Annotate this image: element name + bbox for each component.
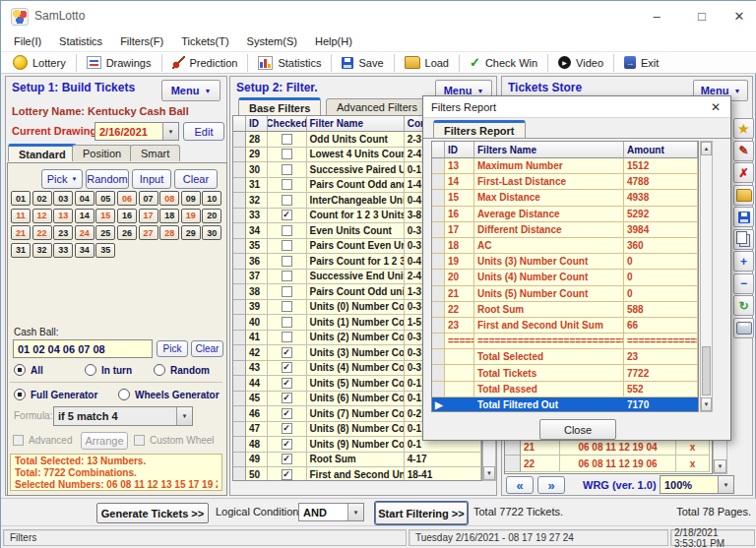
tab-advanced-filters[interactable]: Advanced Filters: [326, 98, 428, 115]
number-23[interactable]: 23: [53, 225, 73, 240]
radio-icon[interactable]: [14, 389, 26, 400]
number-32[interactable]: 32: [32, 243, 52, 258]
logical-condition-select[interactable]: AND ▼: [298, 503, 364, 521]
cash-ball-pick-button[interactable]: Pick: [157, 340, 188, 357]
checkbox-icon[interactable]: [282, 225, 292, 236]
row-selector[interactable]: [233, 331, 246, 346]
chevron-down-icon[interactable]: ▼: [347, 504, 363, 520]
number-08[interactable]: 08: [159, 191, 179, 206]
row-selector[interactable]: [432, 318, 445, 334]
toolbar-statistics-button[interactable]: Statistics: [250, 53, 329, 73]
report-row[interactable]: 23First and Second Unit Sum66: [432, 318, 698, 334]
number-35[interactable]: 35: [95, 243, 115, 258]
checkbox-icon[interactable]: ✓: [282, 393, 292, 403]
close-icon[interactable]: ✕: [722, 1, 756, 30]
number-17[interactable]: 17: [139, 209, 158, 223]
toolbar-video-button[interactable]: ▶Video: [550, 53, 611, 73]
filter-checked-cell[interactable]: ✓: [268, 376, 307, 392]
filter-checked-cell[interactable]: [268, 132, 307, 148]
number-18[interactable]: 18: [159, 209, 179, 223]
filter-checked-cell[interactable]: [268, 193, 307, 209]
row-selector[interactable]: [233, 239, 246, 255]
row-selector[interactable]: [432, 349, 445, 365]
row-selector[interactable]: [233, 467, 246, 481]
number-31[interactable]: 31: [11, 243, 31, 258]
side-print-icon-button[interactable]: [733, 318, 754, 338]
row-selector[interactable]: [432, 365, 445, 381]
filter-checked-cell[interactable]: ✓: [268, 437, 307, 453]
report-row[interactable]: Total Tickets7722: [432, 365, 698, 381]
number-16[interactable]: 16: [117, 209, 137, 223]
row-selector[interactable]: [432, 222, 445, 238]
minimize-icon[interactable]: –: [639, 1, 674, 30]
advanced-checkbox[interactable]: Advanced: [13, 435, 72, 446]
radio-icon[interactable]: [154, 364, 165, 376]
row-selector[interactable]: [233, 376, 246, 392]
number-11[interactable]: 11: [11, 209, 31, 223]
row-selector[interactable]: [233, 345, 246, 361]
row-selector[interactable]: [505, 439, 521, 456]
report-row[interactable]: 22Root Sum588: [432, 302, 698, 318]
side-save-icon-button[interactable]: [733, 207, 754, 227]
checkbox-icon[interactable]: [13, 435, 24, 446]
row-selector[interactable]: [233, 162, 246, 178]
row-selector[interactable]: [432, 334, 445, 349]
number-27[interactable]: 27: [139, 225, 158, 240]
number-05[interactable]: 05: [95, 191, 115, 206]
generator-full-generator[interactable]: Full Generator: [14, 389, 97, 400]
checkbox-icon[interactable]: [282, 164, 292, 175]
row-selector[interactable]: [432, 238, 445, 254]
filter-checked-cell[interactable]: ✓: [268, 406, 307, 422]
row-selector[interactable]: [432, 190, 445, 206]
number-34[interactable]: 34: [75, 243, 94, 258]
report-row[interactable]: 14First-Last Distance4788: [432, 174, 698, 190]
row-selector[interactable]: [233, 148, 246, 163]
side-copy-icon-button[interactable]: [733, 229, 754, 250]
filter-checked-cell[interactable]: ✓: [268, 345, 307, 361]
number-04[interactable]: 04: [75, 191, 94, 206]
row-selector[interactable]: [233, 270, 246, 285]
row-selector[interactable]: [432, 270, 445, 285]
filter-checked-cell[interactable]: [268, 300, 307, 316]
report-row[interactable]: 19Units (3) Number Count0: [432, 254, 698, 270]
row-selector[interactable]: [233, 406, 246, 422]
checkbox-icon[interactable]: ✓: [282, 408, 292, 419]
menu-item-system-s[interactable]: System(S): [238, 33, 306, 49]
toolbar-exit-button[interactable]: →Exit: [616, 53, 666, 73]
clear-button[interactable]: Clear: [174, 169, 218, 189]
formula-select[interactable]: if 5 match 4 ▼: [53, 406, 193, 426]
number-22[interactable]: 22: [32, 225, 52, 240]
arrange-button[interactable]: Arrange: [81, 432, 128, 450]
scroll-down-icon[interactable]: ▼: [483, 466, 495, 480]
filter-checked-cell[interactable]: ✓: [268, 453, 307, 468]
toolbar-drawings-button[interactable]: Drawings: [79, 53, 159, 73]
filter-checked-cell[interactable]: [268, 162, 307, 178]
row-selector[interactable]: [233, 315, 246, 331]
cash-ball-clear-button[interactable]: Clear: [191, 340, 223, 357]
checkbox-icon[interactable]: [282, 240, 292, 251]
filter-row[interactable]: 49✓Root Sum4-17: [233, 453, 481, 468]
checkbox-icon[interactable]: [282, 195, 292, 206]
number-14[interactable]: 14: [75, 209, 94, 223]
pick-mode-all[interactable]: All: [14, 364, 43, 376]
row-selector[interactable]: [233, 132, 246, 148]
report-row[interactable]: 21Units (5) Number Count0: [432, 286, 698, 302]
checkbox-icon[interactable]: [282, 271, 292, 281]
side-star-icon-button[interactable]: ★: [733, 118, 754, 139]
checkbox-icon[interactable]: [282, 134, 292, 145]
filter-checked-cell[interactable]: ✓: [268, 467, 307, 481]
menu-item-file-i[interactable]: File(I): [5, 33, 50, 49]
checkbox-icon[interactable]: [282, 256, 292, 267]
row-selector[interactable]: [233, 223, 246, 239]
number-25[interactable]: 25: [95, 225, 115, 240]
checkbox-icon[interactable]: ✓: [282, 362, 292, 373]
zoom-select[interactable]: 100% ▼: [660, 475, 734, 494]
filter-checked-cell[interactable]: [268, 178, 307, 194]
number-28[interactable]: 28: [159, 225, 179, 240]
chevron-down-icon[interactable]: ▼: [718, 476, 733, 493]
scroll-down-icon[interactable]: ▼: [714, 459, 726, 473]
maximize-icon[interactable]: □: [684, 1, 720, 30]
side-export-icon-button[interactable]: ↻: [733, 295, 754, 316]
ticket-row[interactable]: 2106 08 11 12 19 04x: [505, 439, 712, 456]
number-10[interactable]: 10: [202, 191, 221, 206]
